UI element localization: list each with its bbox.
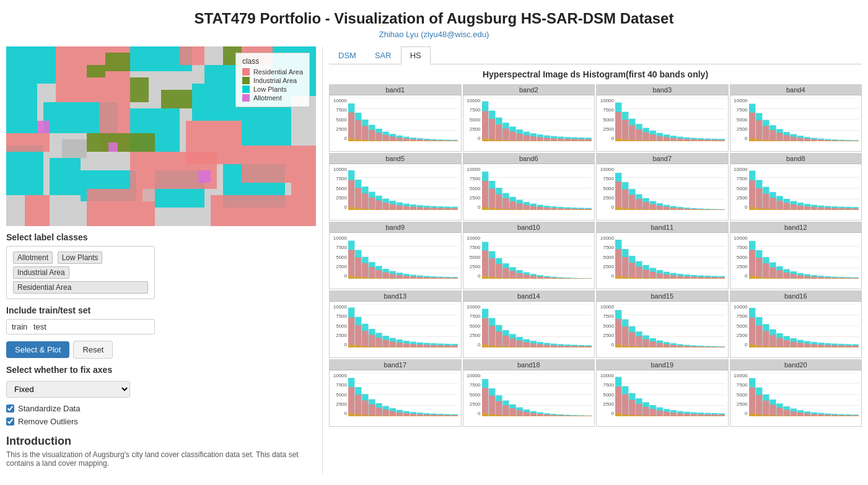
svg-rect-52 xyxy=(362,140,368,141)
histogram-header-band12: band12 xyxy=(730,222,862,233)
svg-rect-899 xyxy=(362,401,368,416)
svg-rect-420 xyxy=(756,208,762,210)
svg-rect-1011 xyxy=(642,407,649,416)
tag-allotment[interactable]: Allotment xyxy=(13,251,53,264)
tag-residential[interactable]: Residential Area xyxy=(13,281,148,294)
svg-rect-169 xyxy=(657,136,663,141)
train-tag[interactable]: train xyxy=(12,322,27,331)
svg-rect-158 xyxy=(629,140,635,141)
tab-sar[interactable]: SAR xyxy=(366,46,401,64)
svg-rect-488 xyxy=(390,278,396,279)
svg-rect-2 xyxy=(6,84,37,133)
svg-rect-151 xyxy=(615,112,621,141)
svg-rect-378 xyxy=(649,204,655,210)
svg-rect-329 xyxy=(523,209,529,210)
histogram-header-band17: band17 xyxy=(330,360,461,370)
axes-select[interactable]: Fixed Free xyxy=(6,381,130,398)
histogram-cell-band16: band16100007500500025000 xyxy=(730,291,862,358)
svg-rect-9 xyxy=(6,146,43,195)
svg-rect-526 xyxy=(489,277,495,279)
svg-rect-939 xyxy=(451,416,457,416)
svg-rect-631 xyxy=(756,258,762,279)
svg-rect-164 xyxy=(642,141,649,141)
axes-select-row[interactable]: Fixed Free xyxy=(6,381,316,398)
svg-rect-930 xyxy=(431,416,437,416)
y-axis-labels: 100007500500025000 xyxy=(463,373,481,416)
svg-rect-244 xyxy=(838,141,844,141)
svg-rect-974 xyxy=(543,416,550,416)
histogram-header-band2: band2 xyxy=(463,85,595,95)
svg-rect-300 xyxy=(444,209,450,210)
svg-rect-456 xyxy=(838,209,844,210)
svg-rect-211 xyxy=(763,140,769,141)
outliers-checkbox[interactable] xyxy=(6,417,14,426)
svg-rect-902 xyxy=(369,404,375,416)
svg-rect-893 xyxy=(348,387,354,416)
svg-rect-1032 xyxy=(691,414,697,416)
svg-rect-154 xyxy=(622,120,628,141)
svg-rect-170 xyxy=(657,141,663,141)
tab-hs[interactable]: HS xyxy=(401,46,431,64)
outliers-row[interactable]: Remove Outliers xyxy=(6,417,316,426)
standardize-row[interactable]: Standardize Data xyxy=(6,404,316,413)
svg-rect-55 xyxy=(369,141,375,141)
svg-rect-900 xyxy=(362,415,368,416)
train-test-container[interactable]: train test xyxy=(6,319,155,334)
svg-rect-126 xyxy=(543,141,550,141)
svg-rect-1006 xyxy=(629,415,635,416)
svg-rect-873 xyxy=(825,345,831,347)
histogram-header-band5: band5 xyxy=(330,154,461,164)
svg-rect-123 xyxy=(537,141,543,141)
svg-rect-905 xyxy=(375,408,382,416)
svg-rect-431 xyxy=(783,203,789,210)
svg-rect-749 xyxy=(516,341,522,347)
svg-rect-597 xyxy=(664,278,670,279)
svg-rect-852 xyxy=(776,338,783,347)
histogram-header-band4: band4 xyxy=(730,85,862,95)
svg-rect-134 xyxy=(564,139,571,141)
svg-rect-376 xyxy=(642,209,649,210)
svg-rect-120 xyxy=(530,141,536,141)
svg-rect-843 xyxy=(756,325,762,347)
svg-rect-699 xyxy=(390,341,396,347)
tabs[interactable]: DSM SAR HS xyxy=(329,46,862,64)
test-tag[interactable]: test xyxy=(33,322,46,331)
svg-rect-294 xyxy=(431,209,437,210)
label-classes-label: Select label classes xyxy=(6,232,316,242)
svg-rect-51 xyxy=(362,126,368,141)
svg-rect-688 xyxy=(362,346,368,347)
svg-rect-599 xyxy=(670,275,677,279)
svg-rect-702 xyxy=(397,343,403,347)
histogram-cell-band1: band1100007500500025000 xyxy=(329,84,462,152)
svg-rect-652 xyxy=(804,276,810,279)
svg-rect-880 xyxy=(838,347,844,347)
svg-rect-400 xyxy=(698,209,704,210)
svg-rect-220 xyxy=(783,141,789,141)
y-axis-labels: 100007500500025000 xyxy=(597,98,614,141)
svg-rect-629 xyxy=(749,276,755,279)
svg-rect-581 xyxy=(629,263,635,279)
tag-container[interactable]: Allotment Low Plants Industrial Area Res… xyxy=(6,246,155,299)
standardize-checkbox[interactable] xyxy=(6,404,14,413)
svg-rect-450 xyxy=(825,209,831,210)
tab-dsm[interactable]: DSM xyxy=(329,46,366,64)
svg-rect-864 xyxy=(804,344,810,347)
reset-button[interactable]: Reset xyxy=(73,341,113,359)
svg-rect-397 xyxy=(691,209,697,210)
svg-rect-485 xyxy=(382,278,388,279)
select-plot-button[interactable]: Select & Plot xyxy=(6,341,69,358)
y-axis-labels: 100007500500025000 xyxy=(330,235,347,279)
tag-lowplants[interactable]: Low Plants xyxy=(58,251,103,264)
svg-rect-10 xyxy=(50,158,81,195)
svg-rect-1092 xyxy=(838,416,844,416)
svg-rect-335 xyxy=(537,209,543,210)
svg-rect-30 xyxy=(161,90,192,108)
histogram-cell-band19: band19100007500500025000 xyxy=(596,359,729,427)
svg-rect-46 xyxy=(348,138,354,141)
svg-rect-229 xyxy=(804,141,810,141)
histogram-cell-band3: band3100007500500025000 xyxy=(596,84,729,152)
svg-rect-528 xyxy=(496,264,502,279)
svg-rect-665 xyxy=(831,278,838,279)
svg-rect-1077 xyxy=(804,416,810,416)
tag-industrial[interactable]: Industrial Area xyxy=(13,266,69,279)
